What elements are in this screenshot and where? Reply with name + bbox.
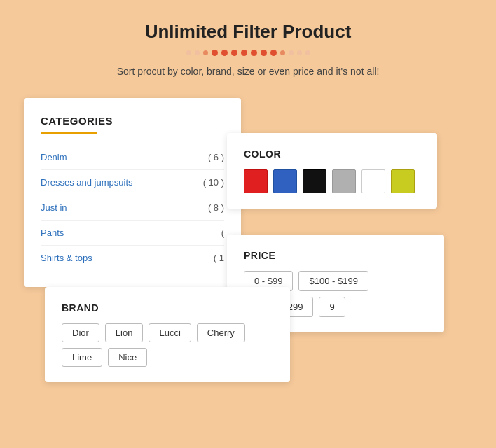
category-label: Shirts & tops <box>41 253 92 263</box>
price-btn-100-199[interactable]: $100 - $199 <box>298 271 368 291</box>
brand-tag-lime[interactable]: Lime <box>62 348 102 367</box>
color-swatch-white[interactable] <box>361 169 385 193</box>
categories-card: CATEGORIES Denim ( 6 ) Dresses and jumps… <box>24 98 241 287</box>
brand-heading: BRAND <box>62 302 273 314</box>
category-item-shirts[interactable]: Shirts & tops ( 1 <box>41 246 224 270</box>
color-swatch-red[interactable] <box>244 169 268 193</box>
category-item-denim[interactable]: Denim ( 6 ) <box>41 145 224 170</box>
category-item-just-in[interactable]: Just in ( 8 ) <box>41 195 224 220</box>
category-count: ( 6 ) <box>208 152 224 162</box>
subtitle: Sort procut by color, brand, size or eve… <box>117 66 380 77</box>
brand-tag-lion[interactable]: Lion <box>105 323 144 342</box>
price-heading: PRICE <box>244 250 427 261</box>
color-swatch-black[interactable] <box>303 169 326 193</box>
color-card: COLOR <box>227 133 437 209</box>
color-swatches <box>244 169 420 193</box>
color-swatch-yellow-green[interactable] <box>391 169 415 193</box>
brand-tag-dior[interactable]: Dior <box>62 323 99 342</box>
brand-card: BRAND Dior Lion Lucci Cherry Lime Nice <box>45 287 290 382</box>
color-swatch-blue[interactable] <box>273 169 297 193</box>
brand-tag-lucci[interactable]: Lucci <box>149 323 191 342</box>
price-btn-partial[interactable]: 9 <box>319 297 345 317</box>
categories-underline <box>41 132 97 134</box>
category-count: ( <box>221 227 224 238</box>
category-item-pants[interactable]: Pants ( <box>41 220 224 246</box>
category-label: Pants <box>41 227 64 238</box>
dots-decoration <box>186 50 310 56</box>
category-item-dresses[interactable]: Dresses and jumpsuits ( 10 ) <box>41 170 224 195</box>
brand-tag-nice[interactable]: Nice <box>108 348 147 367</box>
categories-heading: CATEGORIES <box>41 115 224 127</box>
page-title: Unlimited Filter Product <box>145 21 352 43</box>
color-heading: COLOR <box>244 148 420 160</box>
category-label: Dresses and jumpsuits <box>41 177 133 188</box>
color-swatch-gray[interactable] <box>332 169 356 193</box>
category-label: Denim <box>41 152 67 162</box>
category-count: ( 10 ) <box>203 177 224 188</box>
category-count: ( 1 <box>214 253 224 263</box>
category-label: Just in <box>41 202 67 213</box>
cards-container: CATEGORIES Denim ( 6 ) Dresses and jumps… <box>24 98 472 364</box>
brand-tag-cherry[interactable]: Cherry <box>197 323 245 342</box>
brand-tags: Dior Lion Lucci Cherry Lime Nice <box>62 323 273 367</box>
category-count: ( 8 ) <box>208 202 224 213</box>
